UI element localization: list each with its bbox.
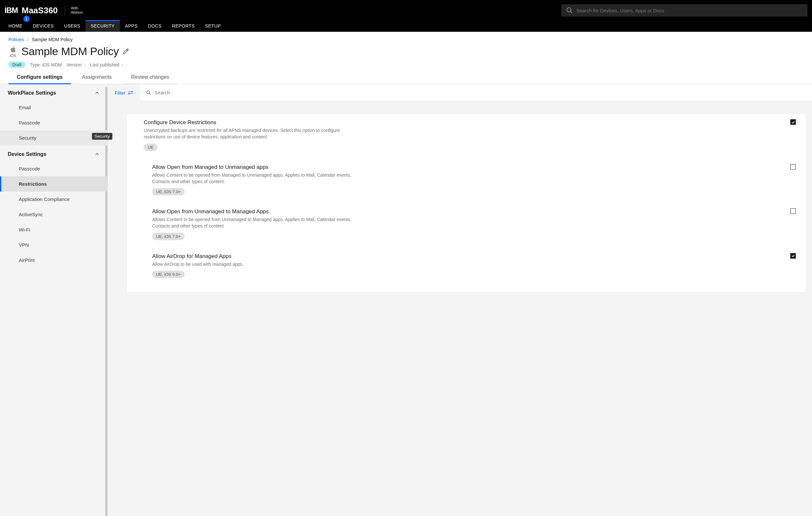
setting-title: Allow AirDrop for Managed Apps (152, 253, 359, 260)
page-title: Sample MDM Policy (21, 45, 119, 58)
setting-tag: UE, iOS 9.0+ (152, 271, 184, 278)
setting-checkbox[interactable] (790, 164, 796, 169)
setting-desc: Unencrypted backups are restricted for a… (144, 127, 351, 140)
platform-indicator: iOS (8, 45, 18, 58)
nav-reports[interactable]: REPORTS (167, 20, 200, 32)
sidebar-item-security[interactable]: Security Security (0, 130, 107, 145)
platform-label: iOS (10, 54, 16, 58)
brand-product: MaaS360 (22, 5, 58, 16)
chevron-up-icon (95, 91, 99, 95)
setting-title: Allow Open from Unmanaged to Managed App… (152, 209, 359, 215)
check-icon (791, 120, 795, 124)
sidebar-tooltip: Security (92, 133, 112, 140)
svg-point-0 (567, 8, 571, 12)
nav-devices[interactable]: DEVICES (28, 20, 59, 32)
tab-review-changes[interactable]: Review changes (123, 71, 177, 84)
apple-icon (8, 45, 18, 54)
nav-apps[interactable]: APPS (120, 20, 143, 32)
search-icon (566, 7, 573, 14)
svg-line-1 (571, 11, 573, 13)
main-panel: Filter Configure Device Restrictions Une… (108, 84, 812, 516)
nav-users[interactable]: USERS (59, 20, 85, 32)
brand-ibm: IBM (4, 6, 18, 15)
breadcrumb-root[interactable]: Policies (8, 37, 24, 42)
nav-setup[interactable]: SETUP (200, 20, 226, 32)
sidebar-item-app-compliance[interactable]: Application Compliance (0, 192, 107, 207)
sidebar-group-device[interactable]: Device Settings (0, 145, 107, 161)
settings-sidebar: WorkPlace Settings Email Passcode Securi… (0, 84, 108, 516)
page-header: Policies / Sample MDM Policy iOS Sample … (0, 32, 812, 84)
brand: IBM MaaS360 With Watson (4, 5, 83, 16)
chevron-up-icon (95, 152, 99, 157)
status-badge: Draft (8, 61, 25, 68)
sidebar-item-email[interactable]: Email (0, 100, 107, 115)
meta-version: Version: - (66, 62, 85, 67)
sidebar-item-wifi[interactable]: Wi-Fi (0, 222, 107, 237)
settings-list: Configure Device Restrictions Unencrypte… (127, 114, 806, 292)
setting-row: Allow Open from Managed to Unmanaged app… (127, 159, 799, 203)
tab-configure-settings[interactable]: Configure settings (8, 71, 71, 84)
sidebar-item-vpn[interactable]: VPN (0, 237, 107, 252)
nav-docs[interactable]: DOCS (143, 20, 167, 32)
search-icon (146, 90, 151, 95)
brand-divider (65, 5, 65, 16)
page-tabs: Configure settings Assignments Review ch… (8, 71, 804, 84)
setting-title: Allow Open from Managed to Unmanaged app… (152, 164, 359, 170)
main-nav: HOME 1 DEVICES USERS SECURITY APPS DOCS … (0, 18, 812, 32)
setting-tag: UE (144, 143, 157, 151)
svg-point-5 (128, 93, 129, 94)
svg-point-6 (147, 91, 150, 94)
brand-watson: With Watson (71, 6, 83, 15)
top-bar: IBM MaaS360 With Watson (0, 0, 812, 18)
breadcrumb-current: Sample MDM Policy (32, 37, 72, 42)
setting-row: Configure Device Restrictions Unencrypte… (127, 114, 799, 159)
setting-tag: UE, iOS 7.0+ (152, 233, 184, 240)
filter-icon (128, 90, 133, 95)
tab-assignments[interactable]: Assignments (74, 71, 120, 84)
global-search-input[interactable] (576, 8, 803, 13)
setting-checkbox[interactable] (790, 119, 796, 125)
setting-tag: UE, iOS 7.0+ (152, 188, 184, 195)
sidebar-item-passcode-device[interactable]: Passcode (0, 161, 107, 176)
nav-home[interactable]: HOME 1 (3, 20, 28, 32)
sidebar-group-workplace[interactable]: WorkPlace Settings (0, 84, 107, 100)
sidebar-item-airprint[interactable]: AirPrint (0, 252, 107, 268)
meta-type: Type: iOS MDM (30, 62, 62, 67)
sidebar-item-passcode[interactable]: Passcode (0, 115, 107, 130)
setting-desc: Allows Content to be opened from Unmanag… (152, 216, 359, 229)
setting-title: Configure Device Restrictions (144, 119, 351, 126)
setting-checkbox[interactable] (790, 209, 796, 214)
svg-line-7 (149, 93, 150, 94)
meta-published: Last published: - (90, 62, 123, 67)
setting-desc: Allows Content to be opened from Managed… (152, 172, 359, 185)
edit-icon[interactable] (123, 48, 129, 54)
sidebar-item-restrictions[interactable]: Restrictions (0, 176, 107, 192)
setting-desc: Allow AirDrop to be used with managed ap… (152, 261, 359, 267)
content-body: WorkPlace Settings Email Passcode Securi… (0, 84, 812, 516)
nav-security[interactable]: SECURITY (85, 20, 120, 32)
setting-row: Allow Open from Unmanaged to Managed App… (127, 203, 799, 248)
filter-button[interactable]: Filter (108, 90, 140, 96)
filter-bar: Filter (108, 84, 812, 101)
settings-search-input[interactable] (154, 90, 806, 95)
sidebar-item-activesync[interactable]: ActiveSync (0, 207, 107, 222)
setting-checkbox[interactable] (790, 253, 796, 259)
setting-row: Allow AirDrop for Managed Apps Allow Air… (127, 248, 799, 286)
svg-point-3 (132, 91, 133, 92)
breadcrumb: Policies / Sample MDM Policy (8, 37, 804, 42)
sidebar-scrollbar[interactable] (105, 87, 108, 516)
settings-search[interactable] (140, 84, 812, 101)
check-icon (791, 254, 795, 258)
global-search[interactable] (561, 4, 808, 17)
